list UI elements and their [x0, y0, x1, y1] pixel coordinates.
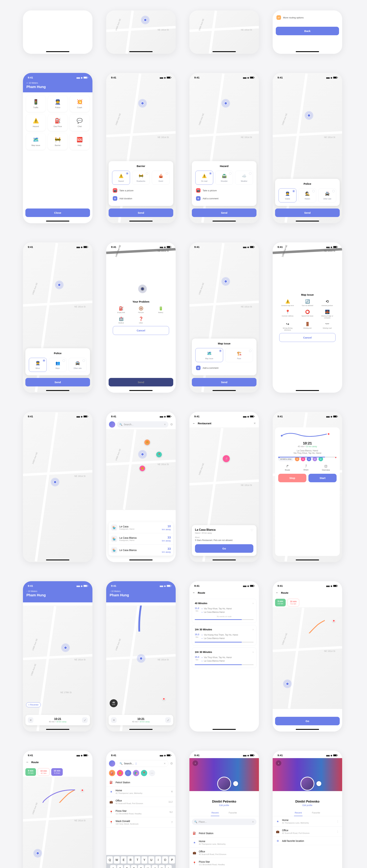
key-W[interactable]: W	[114, 856, 120, 864]
place-item[interactable]: 📍Wack Donald132 Grey Street, Kenknock7	[106, 817, 176, 828]
problem-option[interactable]: ⛽Empty tank	[113, 306, 130, 313]
favorite-item[interactable]: ★Home41 Thompsons Lane, Melmerby⋮	[273, 816, 342, 827]
problem-option[interactable]: 🔋Battery	[152, 306, 169, 313]
key-D[interactable]: D	[124, 865, 130, 868]
report-card-hazard[interactable]: ⚠️Hazard	[26, 115, 46, 131]
option-card[interactable]: ⚠️On road	[195, 170, 213, 185]
send-button[interactable]: Send	[192, 209, 256, 217]
key-Q[interactable]: Q	[107, 856, 113, 864]
place-search[interactable]: 🔍Place...✕	[192, 819, 256, 825]
avatar[interactable]	[109, 421, 115, 428]
map-background[interactable]: 146th Ave NENE 181st St	[23, 777, 92, 868]
map-background[interactable]: 146th Ave NENE 181st St	[190, 10, 259, 54]
report-card-gas-price[interactable]: ⛽Gas Price	[48, 115, 67, 131]
option-card[interactable]: 🚔Other side	[68, 358, 87, 372]
option-card[interactable]: ⚠️Hazard	[112, 170, 130, 185]
report-card-traffic[interactable]: 🚦Traffic	[26, 95, 46, 112]
clear-icon[interactable]: ✕	[164, 423, 166, 426]
key-U[interactable]: U	[148, 856, 154, 864]
more-icon[interactable]: ⋮	[336, 830, 339, 833]
share-button[interactable]: ⤴Share	[303, 464, 308, 471]
key-T[interactable]: T	[135, 856, 140, 864]
category-chip[interactable]: 🛍️	[133, 770, 139, 776]
edit-avatar-button[interactable]: ›	[233, 781, 238, 786]
result-item[interactable]: 🏪Le Casa Blanca33km away	[109, 545, 173, 556]
recent-item[interactable]: ★Home41 Thompsons Lane, Melmerby	[190, 837, 259, 848]
back-icon[interactable]: ←	[193, 591, 195, 594]
add-stop-button[interactable]: ⊕ Add a stop	[278, 457, 293, 461]
clear-icon[interactable]: ✕	[164, 762, 166, 765]
route-tab[interactable]: 10 min4.1 km	[287, 599, 299, 607]
issue-option[interactable]: 〰Missing road	[319, 322, 336, 331]
key-H[interactable]: H	[145, 865, 151, 868]
problem-option[interactable]: 🏥Medical	[113, 317, 130, 324]
tab-favorite[interactable]: Favorite	[311, 810, 321, 816]
favorite-item[interactable]: 💼Office42 Scarcroft Road, Port Einonon⋮	[273, 827, 342, 837]
option-card[interactable]: 👮Minor	[29, 358, 47, 372]
send-button[interactable]: Send	[109, 378, 173, 386]
option-card[interactable]: 🚧Roadworks	[132, 170, 150, 185]
option-card[interactable]: 🕵️Hidden	[299, 188, 316, 203]
result-item[interactable]: 🏪Le CasaKawignant, Hanoi10km away	[109, 522, 173, 533]
action-row[interactable]: ⊕Add a comment	[195, 364, 253, 372]
back-icon[interactable]: ←	[193, 422, 195, 425]
option-card[interactable]: 👮Visible	[279, 188, 297, 203]
send-button[interactable]: Send	[25, 378, 90, 386]
issue-option[interactable]: 🚪Missing exit	[299, 322, 316, 331]
send-button[interactable]: Send	[275, 209, 340, 217]
tab-recent[interactable]: Recent	[211, 810, 219, 816]
issue-option[interactable]: 📍Inverset Address	[279, 310, 296, 319]
add-favorite-button[interactable]: ⊕Add favorite location	[273, 837, 342, 845]
overview-button[interactable]: ⊡Overview	[322, 464, 330, 471]
report-card-chat[interactable]: 💬Chat	[70, 115, 89, 131]
action-row[interactable]: ⊕Add duration	[112, 194, 170, 203]
favorite-icon[interactable]: ♡	[251, 528, 253, 532]
option-card[interactable]: 🏗️Pave	[225, 348, 253, 362]
report-card-crash[interactable]: 💥Crash	[70, 95, 89, 112]
action-row[interactable]: 📷Take a picture	[195, 186, 253, 194]
key-F[interactable]: F	[131, 865, 137, 868]
category-chip[interactable]: ⛽	[109, 770, 115, 776]
issue-option[interactable]: 🌉Missing bridge or overpass	[319, 310, 336, 319]
go-button[interactable]: Go	[275, 717, 340, 725]
route-option[interactable]: 40 Minutes›11.2KmVia Thuy Khue, Tay Ho, …	[192, 599, 256, 623]
place-item[interactable]: ★Home41 Thompsons Lane, Melmerby6	[106, 786, 176, 797]
issue-option[interactable]: ⚠️General map error	[279, 299, 296, 307]
close-icon[interactable]: ✕	[254, 422, 256, 425]
close-button[interactable]: Close	[25, 209, 90, 217]
go-button[interactable]: Go	[195, 544, 253, 553]
edit-profile-link[interactable]: Edit profile	[273, 804, 342, 807]
option-card[interactable]: 🚔Other side	[318, 188, 336, 203]
route-button[interactable]: ↱Route	[285, 464, 290, 471]
more-chip[interactable]: ⋯	[149, 770, 155, 776]
route-tab[interactable]: 10 min4.3 km	[51, 768, 63, 776]
action-row[interactable]: 📷Take a picture	[112, 186, 170, 194]
option-card[interactable]: 👥Major	[49, 358, 67, 372]
place-item[interactable]: ⛽Petrol Station	[106, 778, 176, 786]
profile-avatar[interactable]	[217, 777, 231, 790]
report-card-police[interactable]: 👮Police	[48, 95, 67, 112]
report-card-map-issue[interactable]: 🗺️Map issue	[26, 133, 46, 150]
category-chip[interactable]: 🍔	[117, 770, 123, 776]
report-card-help[interactable]: 🆘Help	[70, 133, 89, 150]
category-chip[interactable]: 🛒	[125, 770, 131, 776]
category-chip[interactable]: 📍	[141, 770, 147, 776]
back-button[interactable]: Back	[276, 27, 339, 35]
route-option[interactable]: 1Hr 30 Minutes›15.3KmVia Thuy Khue, Tay …	[192, 648, 256, 668]
problem-option[interactable]: 🛞Flat tyre	[133, 306, 149, 313]
avatar[interactable]	[109, 761, 115, 767]
search-input[interactable]: 🔍Search...|✕	[117, 760, 168, 767]
key-P[interactable]: P	[169, 856, 175, 864]
cancel-button[interactable]: Cancel	[279, 333, 336, 342]
issue-option[interactable]: ⟲Inverset junction	[319, 299, 336, 307]
map-background[interactable]: 146th Ave NENE 181st St	[23, 412, 92, 562]
route-tab[interactable]: 9 min3.5 km	[275, 599, 286, 607]
key-O[interactable]: O	[162, 856, 168, 864]
key-G[interactable]: G	[138, 865, 144, 868]
option-card[interactable]: ☁️Weather	[235, 170, 253, 185]
place-item[interactable]: 📍Pizza Star111 Broomfield Road, Headley5…	[106, 807, 176, 817]
search-input[interactable]: 🔍Search...✕	[117, 421, 168, 428]
problem-option[interactable]: ❓Other	[133, 317, 149, 324]
filter-icon[interactable]: ⚙	[170, 423, 173, 426]
recent-item[interactable]: 📍Pizza Star111 Broomfield Road, Headley	[190, 858, 259, 868]
